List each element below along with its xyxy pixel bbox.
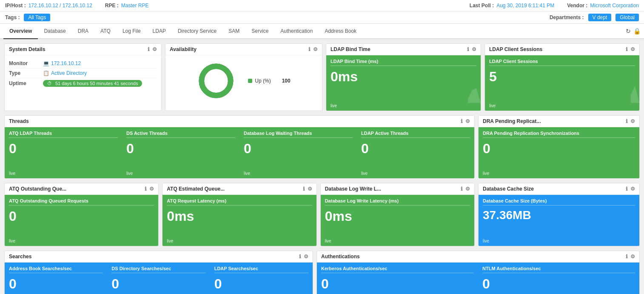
ldap-bind-live: live <box>331 103 337 108</box>
computer-icon: 💻 <box>43 60 49 66</box>
ip-value: 172.16.10.12 / 172.16.10.12 <box>28 3 92 9</box>
legend-value: 100 <box>274 78 291 84</box>
availability-header: Availability ℹ ⚙ <box>165 44 322 55</box>
ldap-bind-header: LDAP Bind Time ℹ ⚙ <box>326 44 481 55</box>
row-2: Threads ℹ ⚙ ATQ LDAP Threads 0 live DS A… <box>4 115 640 179</box>
db-cache-title: Database Cache Size <box>483 186 534 192</box>
ip-host-item: IP/Host : 172.16.10.12 / 172.16.10.12 <box>5 3 92 9</box>
auth-header: Authentications ℹ ⚙ <box>317 251 639 263</box>
vdept-button[interactable]: V dept <box>588 14 612 21</box>
uptime-row: Uptime 51 days 6 hours 50 minutes 41 sec… <box>9 78 157 88</box>
search-card-1: DS Directory Searches/sec 0 <box>107 263 210 294</box>
info-icon-aq[interactable]: ℹ <box>145 186 147 192</box>
top-bar-right: Last Poll : Aug 30, 2019 6:11:41 PM Vend… <box>470 3 639 9</box>
threads-body: ATQ LDAP Threads 0 live DS Active Thread… <box>5 127 474 178</box>
settings-icon-s[interactable]: ⚙ <box>304 254 308 260</box>
ldap-bind-icons: ℹ ⚙ <box>467 46 476 52</box>
settings-icon-avail[interactable]: ⚙ <box>313 46 318 52</box>
settings-icon-ae[interactable]: ⚙ <box>308 186 312 192</box>
search-value-1: 0 <box>111 276 205 292</box>
dra-pending-card: DRA Pending Replicat... ℹ ⚙ DRA Pending … <box>478 115 640 179</box>
settings-icon-dc[interactable]: ⚙ <box>630 186 635 192</box>
type-text: Active Directory <box>51 70 87 76</box>
availability-icons: ℹ ⚙ <box>308 46 318 52</box>
atq-estimated-header: ATQ Estimated Queue... ℹ ⚙ <box>162 183 316 195</box>
info-icon-s[interactable]: ℹ <box>299 254 301 260</box>
tab-directory-service[interactable]: Directory Service <box>172 24 222 39</box>
atq-estimated-metric-title: ATQ Request Latency (ms) <box>167 198 312 206</box>
donut-chart <box>197 62 235 100</box>
tab-sam[interactable]: SAM <box>222 24 245 39</box>
tab-overview[interactable]: Overview <box>3 24 38 39</box>
dra-pending-metric: DRA Pending Replication Synchronizations… <box>479 127 639 178</box>
settings-icon-lc[interactable]: ⚙ <box>630 46 635 52</box>
tags-label: Tags : <box>5 14 20 20</box>
info-icon-dra[interactable]: ℹ <box>626 118 628 124</box>
settings-icon-t[interactable]: ⚙ <box>465 118 470 124</box>
rpe-item: RPE : Master RPE <box>105 3 149 9</box>
search-title-1: DS Directory Searches/sec <box>111 266 205 273</box>
tab-authentication[interactable]: Authentication <box>274 24 319 39</box>
atq-estimated-icons: ℹ ⚙ <box>303 186 312 192</box>
info-icon-t[interactable]: ℹ <box>461 118 463 124</box>
atq-estimated-live: live <box>167 239 173 243</box>
system-details-header: System Details ℹ ⚙ <box>5 44 161 55</box>
vendor-label: Vendor : <box>567 3 587 9</box>
ldap-bind-title: LDAP Bind Time <box>331 46 370 52</box>
thread-title-1: DS Active Threads <box>126 131 235 138</box>
uptime-key: Uptime <box>9 80 43 86</box>
info-icon-dc[interactable]: ℹ <box>626 186 628 192</box>
settings-icon-dl[interactable]: ⚙ <box>465 186 470 192</box>
settings-icon[interactable]: ⚙ <box>152 46 157 52</box>
lock-icon[interactable]: 🔒 <box>633 28 641 34</box>
atq-queue-metric-title: ATQ Outstanding Queued Requests <box>9 198 154 206</box>
atq-queue-live: live <box>9 239 15 243</box>
settings-icon-dra[interactable]: ⚙ <box>630 118 635 124</box>
ip-label: IP/Host : <box>5 3 26 9</box>
settings-icon-aq[interactable]: ⚙ <box>149 186 154 192</box>
db-cache-icons: ℹ ⚙ <box>626 186 635 192</box>
auth-value-0: 0 <box>321 276 474 292</box>
availability-card: Availability ℹ ⚙ Up (%) <box>165 43 322 111</box>
info-icon-avail[interactable]: ℹ <box>308 46 311 52</box>
search-card-2: LDAP Searches/sec 0 <box>210 263 313 294</box>
settings-icon-au[interactable]: ⚙ <box>630 254 635 260</box>
tab-atq[interactable]: ATQ <box>94 24 117 39</box>
info-icon-lb[interactable]: ℹ <box>467 46 469 52</box>
main-content: System Details ℹ ⚙ Monitor 💻 172.16.10.1… <box>0 39 644 294</box>
tab-service[interactable]: Service <box>245 24 274 39</box>
info-icon-lc[interactable]: ℹ <box>626 46 628 52</box>
ldap-bind-metric-title: LDAP Bind Time (ms) <box>331 59 476 66</box>
thread-title-2: Database Log Waiting Threads <box>244 131 353 138</box>
db-log-write-metric-title: Database Log Write Latency (ms) <box>325 198 470 206</box>
atq-queue-icons: ℹ ⚙ <box>145 186 154 192</box>
tags-bar: Tags : All Tags Departments : V dept Glo… <box>0 11 644 24</box>
monitor-ip[interactable]: 172.16.10.12 <box>51 60 81 66</box>
availability-body: Up (%) 100 <box>165 55 322 106</box>
thread-title-0: ATQ LDAP Threads <box>9 131 118 138</box>
tab-ldap[interactable]: LDAP <box>147 24 172 39</box>
info-icon[interactable]: ℹ <box>148 46 150 52</box>
thread-live-3: live <box>361 171 368 176</box>
dra-pending-metric-title: DRA Pending Replication Synchronizations <box>483 131 635 138</box>
tab-logfile[interactable]: Log File <box>117 24 147 39</box>
system-details-title: System Details <box>9 46 45 52</box>
searches-icons: ℹ ⚙ <box>299 254 308 260</box>
all-tags-button[interactable]: All Tags <box>24 14 50 21</box>
rpe-label: RPE : <box>105 3 119 9</box>
vendor-value: Microsoft Corporation <box>590 3 639 9</box>
info-icon-au[interactable]: ℹ <box>626 254 628 260</box>
tab-database[interactable]: Database <box>38 24 71 39</box>
dra-pending-icons: ℹ ⚙ <box>626 118 635 124</box>
tab-address-book[interactable]: Address Book <box>319 24 362 39</box>
db-log-write-card: Database Log Write L... ℹ ⚙ Database Log… <box>320 183 475 246</box>
ldap-bind-sparkline <box>455 82 481 103</box>
refresh-icon[interactable]: ↻ <box>626 28 631 34</box>
settings-icon-lb[interactable]: ⚙ <box>472 46 476 52</box>
thread-card-3: LDAP Active Threads 0 live <box>357 127 474 178</box>
info-icon-dl[interactable]: ℹ <box>461 186 463 192</box>
ldap-bind-card: LDAP Bind Time ℹ ⚙ LDAP Bind Time (ms) 0… <box>326 43 481 111</box>
global-button[interactable]: Global <box>616 14 639 21</box>
info-icon-ae[interactable]: ℹ <box>303 186 305 192</box>
tab-dra[interactable]: DRA <box>72 24 94 39</box>
